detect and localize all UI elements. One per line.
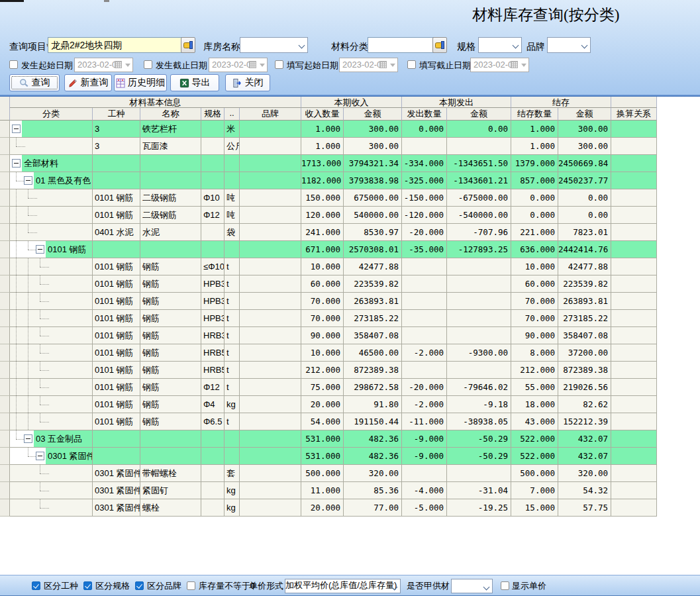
nonzero-stock-label: 库存量不等于0 [199,580,255,592]
fill-start-field[interactable]: 2023-02-03 [339,58,398,72]
cell-cv [611,413,657,430]
cell-work: 0301 紧固件 [93,482,140,499]
fill-start-label: 填写起始日期 [287,58,338,73]
cell-unit [225,241,240,258]
col-header-bal-qty[interactable]: 结存数量 [511,108,558,121]
col-header-out-qty[interactable]: 发出数量 [402,108,447,121]
table-row[interactable]: 0101 钢筋钢筋HRB500t10.00046500.00-2.000-930… [0,344,657,362]
col-header-name[interactable]: 名称 [140,108,201,121]
table-row[interactable]: 3瓦面漆公斤1.000300.001.000300.00 [0,138,657,155]
cell-cat [10,224,93,241]
col-header-category[interactable]: 分类 [10,108,93,121]
table-row[interactable]: 01 黑色及有色1182.0003793838.98-325.000-13436… [0,172,657,189]
cell-cv [611,241,657,258]
table-row[interactable]: 0101 钢筋二级钢筋Φ12吨120.000540000.00-120.000-… [0,207,657,224]
cell-ba: 37200.00 [558,344,611,362]
cell-unit: t [225,275,240,293]
price-mode-select[interactable]: 加权平均价(总库值/总库存量) [285,579,401,593]
brush-icon [68,78,78,88]
cell-spec [201,241,225,258]
close-button[interactable]: 关闭 [225,74,270,91]
date-start-field[interactable]: 2023-02-03 [74,58,133,72]
cell-oa: -1343651.50 [447,155,511,172]
cell-sel [0,241,10,258]
fill-end-field[interactable]: 2023-02-03 [470,58,529,72]
category-lookup-button[interactable] [432,37,447,53]
cell-brand [240,241,301,258]
table-row[interactable]: 0301 紧固件紧固钉kg11.00085.36-4.000-31.047.00… [0,482,657,499]
table-row[interactable]: 0301 紧固件带帽螺栓套500.000320.00500.000320.00 [0,465,657,482]
cell-cat [10,362,93,379]
table-row[interactable]: 全部材料1713.0003794321.34-334.000-1343651.5… [0,155,657,172]
split-brand-checkbox[interactable] [135,581,144,590]
table-row[interactable]: 0101 钢筋钢筋Φ4kg20.00091.80-2.000-9.1818.00… [0,396,657,413]
history-detail-button[interactable]: 历史明细 [114,74,167,91]
spec-select[interactable] [478,37,522,53]
nonzero-stock-checkbox[interactable] [187,581,195,590]
cell-name: 钢筋 [140,379,201,396]
date-end-field[interactable]: 2023-02-03 [209,58,268,72]
cell-spec [201,224,225,241]
project-input[interactable]: 龙鼎2#2地块四期 [48,37,182,53]
table-row[interactable]: 0301 紧固件螺栓kg20.00077.00-5.000-19.2515.00… [0,499,657,517]
col-header-in-qty[interactable]: 收入数量 [301,108,344,121]
query-button[interactable]: 查询 [9,74,60,91]
table-row[interactable]: 0101 钢筋钢筋HRB500t212.000872389.38212.0008… [0,362,657,379]
table-row[interactable]: 0301 紧固件531.000482.36-9.000-50.29522.000… [0,448,657,465]
cell-spec [201,155,225,172]
supply-select[interactable] [451,579,493,593]
table-row[interactable]: 0401 水泥水泥袋241.0008530.97-20.000-707.9622… [0,224,657,241]
project-lookup-button[interactable] [181,37,195,53]
col-header-brand[interactable]: 品牌 [240,108,301,121]
show-price-checkbox[interactable] [501,581,509,590]
cell-spec: HRB335 [201,327,225,344]
dropdown-arrow-icon [260,64,265,67]
fill-end-checkbox[interactable] [407,60,416,69]
split-worktype-checkbox[interactable] [32,581,40,590]
col-header-spec[interactable]: 规格 [201,108,225,121]
table-row[interactable]: 0101 钢筋钢筋HPB300t60.000223539.8260.000223… [0,275,657,293]
cell-cat [10,189,93,207]
cell-sel [0,499,10,517]
cell-brand [240,258,301,275]
tree-expander[interactable] [36,452,44,460]
tree-expander[interactable] [24,434,32,443]
warehouse-select[interactable] [240,37,308,53]
table-row[interactable]: 0101 钢筋钢筋Φ12t75.000298672.58-20.000-7964… [0,379,657,396]
col-header-conversion[interactable]: 换算关系 [611,108,657,121]
table-row[interactable]: 03 五金制品531.000482.36-9.000-50.29522.0004… [0,430,657,448]
tree-expander[interactable] [36,245,44,254]
export-button[interactable]: 导出 [170,74,219,91]
cell-brand [240,293,301,310]
new-query-button[interactable]: 新查询 [64,74,112,91]
col-header-worktype[interactable]: 工种 [93,108,140,121]
table-row[interactable]: 3铁艺栏杆米1.000300.000.0000.001.000300.00 [0,121,657,138]
date-start-checkbox[interactable] [9,60,18,69]
tree-expander[interactable] [12,124,21,133]
cell-iq: 120.000 [301,207,344,224]
category-input[interactable] [368,37,434,53]
table-row[interactable]: 0101 钢筋671.0002570308.01-35.000-127893.2… [0,241,657,258]
date-end-checkbox[interactable] [144,60,152,69]
table-row[interactable]: 0101 钢筋钢筋Φ6.5t54.000191150.44-11.000-389… [0,413,657,430]
cell-cat [10,499,93,517]
table-row[interactable]: 0101 钢筋钢筋HRB335t90.000358407.0890.000358… [0,327,657,344]
table-row[interactable]: 0101 钢筋钢筋HPB300t70.000273185.2270.000273… [0,310,657,327]
col-header-bal-amount[interactable]: 金额 [558,108,611,121]
table-row[interactable]: 0101 钢筋钢筋HPB300t70.000263893.8170.000263… [0,293,657,310]
cell-unit: 吨 [225,189,240,207]
cell-work: 0101 钢筋 [93,327,140,344]
tree-expander[interactable] [24,176,32,185]
fill-start-checkbox[interactable] [275,60,283,69]
brand-select[interactable] [547,37,591,53]
col-header-out-amount[interactable]: 金额 [447,108,511,121]
cell-bq: 1.000 [511,138,558,155]
cell-bq: 70.000 [511,310,558,327]
cell-name: 紧固钉 [140,482,201,499]
table-row[interactable]: 0101 钢筋钢筋≤Φ10t10.00042477.8810.00042477.… [0,258,657,275]
col-header-in-amount[interactable]: 金额 [344,108,402,121]
split-spec-checkbox[interactable] [83,581,92,590]
col-header-unit[interactable]: .. [225,108,240,121]
table-row[interactable]: 0101 钢筋二级钢筋Φ10吨150.000675000.00-150.000-… [0,189,657,207]
tree-expander[interactable] [12,159,21,168]
